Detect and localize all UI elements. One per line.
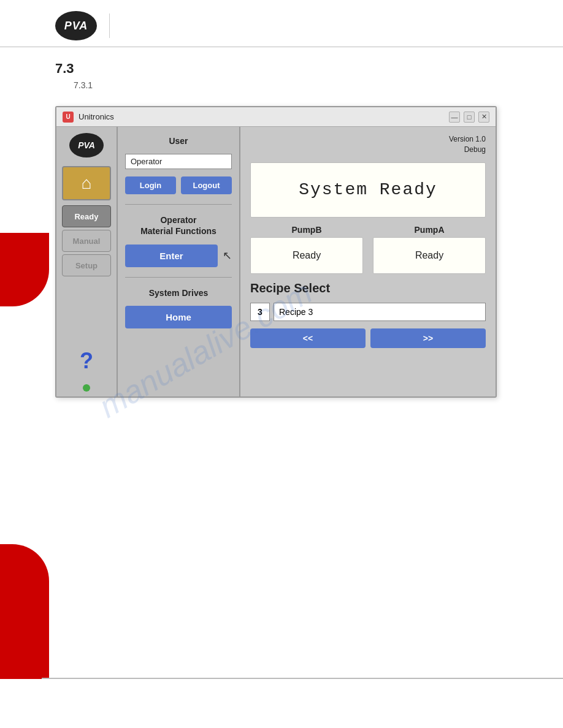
sidebar-item-setup[interactable]: Setup — [62, 254, 111, 276]
pump-a-section: PumpA Ready — [373, 225, 486, 274]
titlebar-left: U Unitronics — [63, 112, 114, 123]
pump-b-section: PumpB Ready — [250, 225, 363, 274]
home-icon-button[interactable]: ⌂ — [62, 166, 111, 200]
sidebar-manual-label: Manual — [73, 237, 101, 246]
sidebar-setup-label: Setup — [75, 261, 98, 270]
recipe-number-box: 3 — [250, 303, 270, 321]
login-logout-row: Login Logout — [125, 176, 232, 194]
window-title: Unitronics — [79, 112, 114, 121]
right-panel: Version 1.0 Debug System Ready PumpB Rea… — [240, 127, 496, 396]
status-dot — [83, 384, 90, 392]
system-ready-text: System Ready — [299, 180, 437, 199]
pump-a-label: PumpA — [415, 225, 445, 235]
version-line2: Debug — [464, 145, 486, 154]
page-header: PVA — [0, 0, 563, 47]
pump-b-label: PumpB — [292, 225, 322, 235]
section-heading: 7.3 — [0, 47, 563, 79]
operator-material-label: OperatorMaterial Functions — [125, 214, 232, 237]
pump-a-status-text: Ready — [415, 250, 443, 261]
red-arc-bottom — [0, 544, 49, 679]
user-section-title: User — [125, 135, 232, 146]
unitronics-icon: U — [63, 112, 74, 123]
operator-material-text: OperatorMaterial Functions — [140, 215, 216, 236]
sidebar-item-ready[interactable]: Ready — [62, 205, 111, 227]
recipe-nav-row: << >> — [250, 328, 486, 348]
version-label: Version 1.0 Debug — [250, 134, 486, 155]
pump-row: PumpB Ready PumpA Ready — [250, 225, 486, 274]
titlebar-controls[interactable]: — □ ✕ — [449, 112, 489, 123]
sidebar-ready-label: Ready — [74, 212, 98, 221]
sidebar: PVA ⌂ Ready Manual Setup ? — [56, 127, 118, 396]
pump-a-status: Ready — [373, 237, 486, 274]
recipe-row: 3 Recipe 3 — [250, 303, 486, 321]
sidebar-item-manual[interactable]: Manual — [62, 230, 111, 252]
divider-1 — [125, 204, 232, 205]
section-subheading: 7.3.1 — [0, 79, 563, 100]
pva-logo-text-header: PVA — [64, 20, 88, 32]
recipe-number: 3 — [258, 307, 262, 317]
system-drives-label: System Drives — [125, 287, 232, 298]
center-panel: User Login Logout OperatorMaterial Funct… — [118, 127, 240, 396]
bottom-border — [42, 678, 563, 679]
pump-b-status-text: Ready — [293, 250, 321, 261]
user-input[interactable] — [125, 154, 232, 169]
system-ready-box: System Ready — [250, 162, 486, 218]
recipe-name-box: Recipe 3 — [274, 303, 486, 321]
recipe-next-button[interactable]: >> — [370, 328, 486, 348]
recipe-prev-button[interactable]: << — [250, 328, 366, 348]
version-line1: Version 1.0 — [449, 135, 486, 143]
red-arc-top — [0, 233, 49, 306]
enter-button[interactable]: Enter — [125, 245, 218, 267]
maximize-button[interactable]: □ — [464, 112, 475, 123]
logout-button[interactable]: Logout — [181, 176, 232, 194]
divider-2 — [125, 277, 232, 278]
unitronics-window: U Unitronics — □ ✕ PVA ⌂ Ready Manual — [55, 106, 497, 398]
login-button[interactable]: Login — [125, 176, 176, 194]
pump-b-status: Ready — [250, 237, 363, 274]
pva-logo-header: PVA — [55, 11, 97, 40]
home-icon: ⌂ — [82, 173, 92, 193]
close-button[interactable]: ✕ — [478, 112, 489, 123]
user-label: User — [125, 135, 232, 146]
recipe-name: Recipe 3 — [279, 307, 313, 317]
home-button[interactable]: Home — [125, 306, 232, 328]
cursor-arrow: ↖ — [223, 249, 232, 262]
help-icon[interactable]: ? — [80, 350, 93, 372]
window-body: PVA ⌂ Ready Manual Setup ? User — [56, 127, 496, 396]
window-titlebar: U Unitronics — □ ✕ — [56, 107, 496, 127]
minimize-button[interactable]: — — [449, 112, 460, 123]
recipe-select-title: Recipe Select — [250, 281, 486, 295]
sidebar-logo-text: PVA — [78, 140, 95, 150]
sidebar-logo: PVA — [69, 133, 104, 157]
